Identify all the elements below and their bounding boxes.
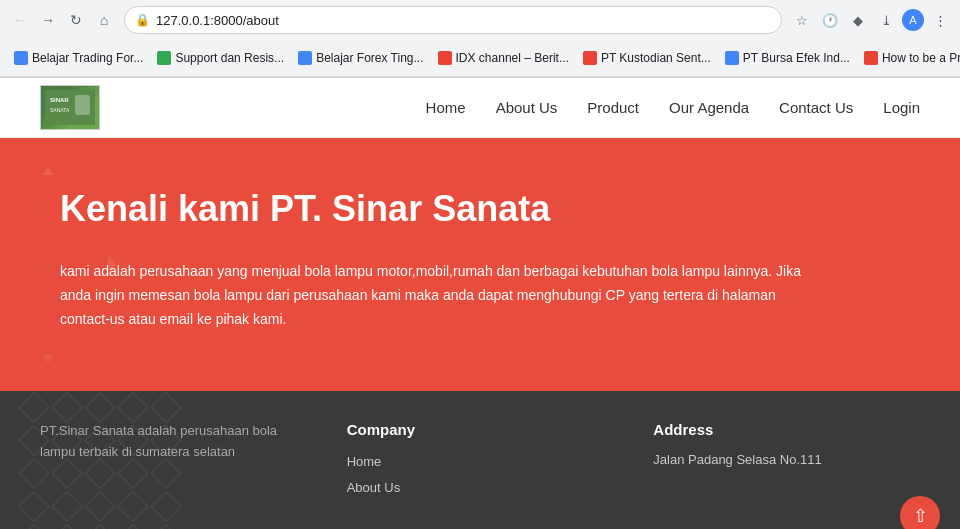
- footer-company-col: Company Home About Us: [347, 421, 614, 504]
- nav-link-contact[interactable]: Contact Us: [779, 99, 853, 116]
- svg-rect-5: [18, 391, 183, 529]
- bookmark-1[interactable]: Belajar Trading For...: [8, 49, 149, 67]
- footer-link-about[interactable]: About Us: [347, 478, 614, 496]
- nav-item-login[interactable]: Login: [883, 99, 920, 117]
- svg-rect-3: [75, 95, 90, 115]
- hero-body: kami adalah perusahaan yang menjual bola…: [60, 260, 810, 331]
- footer-link-home[interactable]: Home: [347, 452, 614, 470]
- bookmark-4[interactable]: IDX channel – Berit...: [432, 49, 575, 67]
- bookmark-favicon-5: [583, 51, 597, 65]
- bookmark-label-2: Support dan Resis...: [175, 51, 284, 65]
- bookmark-3[interactable]: Belajar Forex Ting...: [292, 49, 429, 67]
- footer-company-title: Company: [347, 421, 614, 438]
- browser-toolbar: ← → ↻ ⌂ 🔒 127.0.0.1:8000/about ☆ 🕐 ◆ ⤓ A…: [0, 0, 960, 40]
- bookmark-favicon-2: [157, 51, 171, 65]
- svg-text:SINAR: SINAR: [50, 97, 69, 103]
- nav-item-contact[interactable]: Contact Us: [779, 99, 853, 117]
- site-logo: SINAR SANATA: [40, 85, 100, 130]
- footer-contact-button[interactable]: ⇧: [900, 496, 940, 529]
- history-button[interactable]: 🕐: [818, 8, 842, 32]
- bookmark-5[interactable]: PT Kustodian Sent...: [577, 49, 717, 67]
- logo-svg: SINAR SANATA: [45, 90, 95, 125]
- nav-buttons: ← → ↻ ⌂: [8, 8, 116, 32]
- bookmark-favicon-3: [298, 51, 312, 65]
- nav-link-about[interactable]: About Us: [496, 99, 558, 116]
- bookmark-7[interactable]: How to be a Profit...: [858, 49, 960, 67]
- footer-address-title: Address: [653, 421, 920, 438]
- bookmark-label-4: IDX channel – Berit...: [456, 51, 569, 65]
- nav-item-home[interactable]: Home: [426, 99, 466, 117]
- bookmark-label-1: Belajar Trading For...: [32, 51, 143, 65]
- footer-links: Home About Us: [347, 452, 614, 496]
- hero-title: Kenali kami PT. Sinar Sanata: [60, 188, 900, 230]
- star-button[interactable]: ☆: [790, 8, 814, 32]
- menu-button[interactable]: ⋮: [928, 8, 952, 32]
- downloads-button[interactable]: ⤓: [874, 8, 898, 32]
- bookmark-label-5: PT Kustodian Sent...: [601, 51, 711, 65]
- nav-item-agenda[interactable]: Our Agenda: [669, 99, 749, 117]
- bookmark-label-6: PT Bursa Efek Ind...: [743, 51, 850, 65]
- bookmark-label-7: How to be a Profit...: [882, 51, 960, 65]
- nav-link-login[interactable]: Login: [883, 99, 920, 116]
- site-nav: SINAR SANATA Home About Us Product Our A…: [0, 78, 960, 138]
- bookmark-favicon-6: [725, 51, 739, 65]
- bookmark-favicon-1: [14, 51, 28, 65]
- browser-chrome: ← → ↻ ⌂ 🔒 127.0.0.1:8000/about ☆ 🕐 ◆ ⤓ A…: [0, 0, 960, 78]
- nav-link-product[interactable]: Product: [587, 99, 639, 116]
- site-footer: PT.Sinar Sanata adalah perusahaan bola l…: [0, 391, 960, 529]
- bookmark-favicon-4: [438, 51, 452, 65]
- nav-item-product[interactable]: Product: [587, 99, 639, 117]
- footer-decoration: [0, 391, 200, 529]
- bookmark-label-3: Belajar Forex Ting...: [316, 51, 423, 65]
- forward-button[interactable]: →: [36, 8, 60, 32]
- nav-item-about[interactable]: About Us: [496, 99, 558, 117]
- website: SINAR SANATA Home About Us Product Our A…: [0, 78, 960, 529]
- nav-link-agenda[interactable]: Our Agenda: [669, 99, 749, 116]
- footer-address-line1: Jalan Padang Selasa No.111: [653, 452, 920, 467]
- lock-icon: 🔒: [135, 13, 150, 27]
- bookmark-6[interactable]: PT Bursa Efek Ind...: [719, 49, 856, 67]
- svg-text:SANATA: SANATA: [50, 107, 70, 113]
- footer-link-home-anchor[interactable]: Home: [347, 454, 382, 469]
- reload-button[interactable]: ↻: [64, 8, 88, 32]
- profile-button[interactable]: A: [902, 9, 924, 31]
- nav-links: Home About Us Product Our Agenda Contact…: [426, 99, 920, 117]
- bookmarks-bar: Belajar Trading For... Support dan Resis…: [0, 40, 960, 77]
- extensions-button[interactable]: ◆: [846, 8, 870, 32]
- url-display: 127.0.0.1:8000/about: [156, 13, 771, 28]
- home-button[interactable]: ⌂: [92, 8, 116, 32]
- toolbar-actions: ☆ 🕐 ◆ ⤓ A ⋮: [790, 8, 952, 32]
- address-bar[interactable]: 🔒 127.0.0.1:8000/about: [124, 6, 782, 34]
- footer-address-col: Address Jalan Padang Selasa No.111: [653, 421, 920, 504]
- logo-image: SINAR SANATA: [41, 86, 99, 129]
- hero-section: Kenali kami PT. Sinar Sanata kami adalah…: [0, 138, 960, 391]
- nav-link-home[interactable]: Home: [426, 99, 466, 116]
- footer-link-about-anchor[interactable]: About Us: [347, 480, 400, 495]
- bookmark-2[interactable]: Support dan Resis...: [151, 49, 290, 67]
- back-button[interactable]: ←: [8, 8, 32, 32]
- bookmark-favicon-7: [864, 51, 878, 65]
